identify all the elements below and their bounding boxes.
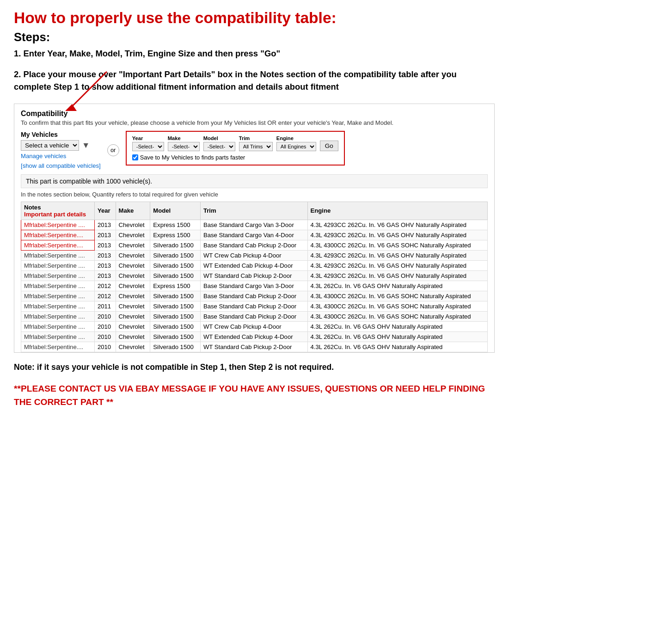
notes-header: Notes Important part details: [21, 202, 95, 220]
engine-cell: 4.3L 262Cu. In. V6 GAS OHV Naturally Asp…: [307, 342, 487, 352]
make-cell: Chevrolet: [116, 291, 150, 301]
my-vehicles-label: My Vehicles: [21, 131, 101, 138]
table-row: Mfrlabel:Serpentine .... 2011 Chevrolet …: [21, 301, 488, 311]
trim-cell: WT Standard Cab Pickup 2-Door: [200, 270, 307, 281]
model-cell: Silverado 1500: [150, 301, 201, 311]
engine-cell: 4.3L 4300CC 262Cu. In. V6 GAS SOHC Natur…: [307, 301, 487, 311]
engine-header: Engine: [307, 202, 487, 220]
table-row: Mfrlabel:Serpentine .... 2010 Chevrolet …: [21, 321, 488, 331]
make-select[interactable]: -Select-: [168, 142, 200, 151]
compat-top-row: My Vehicles Select a vehicle ▼ Manage ve…: [21, 131, 488, 170]
compat-title: Compatibility: [21, 110, 488, 118]
model-cell: Silverado 1500: [150, 331, 201, 342]
year-cell: 2012: [95, 281, 116, 291]
table-row: Mfrlabel:Serpentine.... 2010 Chevrolet S…: [21, 342, 488, 352]
year-cell: 2013: [95, 240, 116, 250]
year-cell: 2013: [95, 270, 116, 281]
trim-cell: Base Standard Cab Pickup 2-Door: [200, 240, 307, 250]
make-cell: Chevrolet: [116, 240, 150, 250]
engine-cell: 4.3L 4300CC 262Cu. In. V6 GAS SOHC Natur…: [307, 311, 487, 321]
make-cell: Chevrolet: [116, 220, 150, 230]
step1-text: 1. Enter Year, Make, Model, Trim, Engine…: [14, 48, 495, 60]
make-cell: Chevrolet: [116, 281, 150, 291]
year-cell: 2012: [95, 291, 116, 301]
manage-vehicles-link[interactable]: Manage vehicles: [21, 153, 101, 159]
main-title: How to properly use the compatibility ta…: [14, 9, 495, 27]
model-field-group: Model -Select-: [203, 135, 235, 151]
engine-cell: 4.3L 4293CC 262Cu. In. V6 GAS OHV Natura…: [307, 230, 487, 240]
table-row: Mfrlabel:Serpentine .... 2013 Chevrolet …: [21, 250, 488, 260]
make-header: Make: [116, 202, 150, 220]
steps-heading: Steps:: [14, 31, 495, 44]
make-cell: Chevrolet: [116, 270, 150, 281]
trim-cell: Base Standard Cargo Van 3-Door: [200, 281, 307, 291]
engine-field-group: Engine All Engines: [276, 135, 316, 151]
model-cell: Silverado 1500: [150, 270, 201, 281]
or-circle: or: [107, 144, 119, 156]
model-cell: Silverado 1500: [150, 260, 201, 270]
table-row: Mfrlabel:Serpentine.... 2013 Chevrolet S…: [21, 240, 488, 250]
table-row: Mfrlabel:Serpentine .... 2010 Chevrolet …: [21, 311, 488, 321]
notes-cell: Mfrlabel:Serpentine ....: [21, 220, 95, 230]
year-label: Year: [132, 135, 164, 141]
compat-note: In the notes section below, Quantity ref…: [21, 191, 488, 198]
year-header: Year: [95, 202, 116, 220]
model-label: Model: [203, 135, 235, 141]
notes-sub-header: Important part details: [24, 211, 92, 218]
year-cell: 2010: [95, 321, 116, 331]
engine-cell: 4.3L 4293CC 262Cu. In. V6 GAS OHV Natura…: [307, 250, 487, 260]
make-label: Make: [168, 135, 200, 141]
engine-cell: 4.3L 4300CC 262Cu. In. V6 GAS SOHC Natur…: [307, 291, 487, 301]
make-cell: Chevrolet: [116, 331, 150, 342]
make-field-group: Make -Select-: [168, 135, 200, 151]
model-cell: Express 1500: [150, 281, 201, 291]
save-checkbox[interactable]: [132, 154, 138, 160]
table-row: Mfrlabel:Serpentine .... 2010 Chevrolet …: [21, 331, 488, 342]
vehicle-select[interactable]: Select a vehicle: [21, 140, 79, 151]
model-cell: Express 1500: [150, 230, 201, 240]
note-text: Note: if it says your vehicle is not com…: [14, 361, 495, 373]
engine-label: Engine: [276, 135, 316, 141]
make-cell: Chevrolet: [116, 250, 150, 260]
trim-cell: Base Standard Cargo Van 4-Door: [200, 230, 307, 240]
make-cell: Chevrolet: [116, 230, 150, 240]
trim-select[interactable]: All Trims: [239, 142, 273, 151]
year-cell: 2013: [95, 220, 116, 230]
ymm-fields-row: Year -Select- Make -Select- Model -Selec…: [132, 135, 338, 151]
model-select[interactable]: -Select-: [203, 142, 235, 151]
dropdown-arrow-icon: ▼: [82, 141, 90, 150]
save-row: Save to My Vehicles to finds parts faste…: [132, 154, 338, 161]
year-cell: 2010: [95, 311, 116, 321]
notes-cell: Mfrlabel:Serpentine ....: [21, 281, 95, 291]
engine-select[interactable]: All Engines: [276, 142, 316, 151]
trim-cell: WT Crew Cab Pickup 4-Door: [200, 321, 307, 331]
table-header-row: Notes Important part details Year Make M…: [21, 202, 488, 220]
trim-cell: WT Extended Cab Pickup 4-Door: [200, 260, 307, 270]
trim-label: Trim: [239, 135, 273, 141]
notes-cell: Mfrlabel:Serpentine....: [21, 342, 95, 352]
engine-cell: 4.3L 4293CC 262Cu. In. V6 GAS OHV Natura…: [307, 260, 487, 270]
notes-cell: Mfrlabel:Serpentine ....: [21, 331, 95, 342]
year-cell: 2010: [95, 342, 116, 352]
engine-cell: 4.3L 262Cu. In. V6 GAS OHV Naturally Asp…: [307, 321, 487, 331]
model-header: Model: [150, 202, 201, 220]
model-cell: Silverado 1500: [150, 321, 201, 331]
year-cell: 2011: [95, 301, 116, 311]
year-field-group: Year -Select-: [132, 135, 164, 151]
table-row: Mfrlabel:Serpentine .... 2013 Chevrolet …: [21, 220, 488, 230]
trim-header: Trim: [200, 202, 307, 220]
model-cell: Silverado 1500: [150, 250, 201, 260]
model-cell: Silverado 1500: [150, 240, 201, 250]
contact-text: **PLEASE CONTACT US VIA EBAY MESSAGE IF …: [14, 382, 495, 409]
notes-cell: Mfrlabel:Serpentine ....: [21, 260, 95, 270]
model-cell: Express 1500: [150, 220, 201, 230]
show-all-link[interactable]: [show all compatible vehicles]: [21, 162, 101, 169]
go-button[interactable]: Go: [320, 141, 338, 151]
model-cell: Silverado 1500: [150, 311, 201, 321]
my-vehicles-section: My Vehicles Select a vehicle ▼ Manage ve…: [21, 131, 101, 170]
year-cell: 2013: [95, 260, 116, 270]
make-cell: Chevrolet: [116, 311, 150, 321]
year-select[interactable]: -Select-: [132, 142, 164, 151]
notes-cell: Mfrlabel:Serpentine....: [21, 230, 95, 240]
trim-cell: Base Standard Cab Pickup 2-Door: [200, 291, 307, 301]
